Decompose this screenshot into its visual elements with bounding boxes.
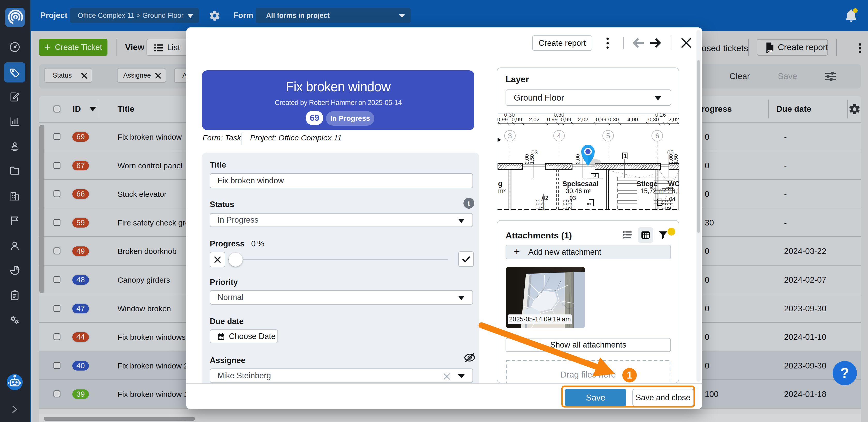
svg-text:1: 1 — [627, 370, 632, 381]
svg-text:PDF: PDF — [767, 49, 773, 53]
